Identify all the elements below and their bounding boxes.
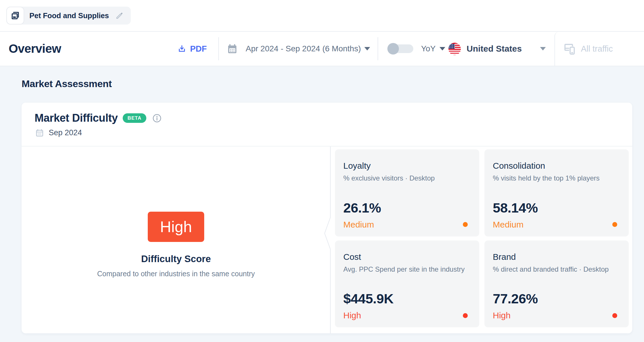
calendar-icon (35, 128, 44, 137)
industry-icon (10, 11, 20, 20)
chevron-down-icon (540, 47, 546, 50)
metric-description: Avg. PPC Spend per site in the industry (343, 265, 472, 273)
metric-level: High (343, 311, 361, 320)
metric-name: Consolidation (493, 161, 621, 171)
pdf-label: PDF (190, 44, 207, 54)
page-title: Overview (9, 42, 61, 56)
info-icon[interactable] (152, 113, 162, 123)
metric-level: Medium (493, 220, 524, 230)
status-dot (612, 222, 617, 227)
metric-value: 77.26% (493, 291, 621, 307)
yoy-label: YoY (421, 44, 435, 53)
devices-icon (563, 42, 577, 56)
metrics-grid: Loyalty % exclusive visitors · Desktop 2… (330, 146, 632, 333)
pdf-download-button[interactable]: PDF (177, 44, 207, 54)
metric-tile-loyalty: Loyalty % exclusive visitors · Desktop 2… (335, 149, 479, 236)
date-range-value: Apr 2024 - Sep 2024 (6 Months) (246, 44, 361, 53)
metric-tile-brand: Brand % direct and branded traffic · Des… (484, 240, 629, 328)
status-dot (463, 222, 468, 227)
yoy-toggle-switch[interactable] (388, 44, 413, 53)
card-title: Market Difficulty (35, 112, 118, 124)
card-header: Market Difficulty BETA (22, 103, 632, 146)
metric-name: Cost (343, 252, 472, 262)
industry-icon-button[interactable] (6, 7, 24, 25)
traffic-filter-label: All traffic (581, 44, 613, 54)
metric-tile-consolidation: Consolidation % visits held by the top 1… (484, 149, 629, 236)
metric-name: Loyalty (343, 161, 472, 171)
industry-selector[interactable]: Pet Food and Supplies (6, 7, 131, 25)
difficulty-score-badge: High (148, 212, 204, 242)
card-date-row: Sep 2024 (35, 128, 632, 137)
metric-description: % exclusive visitors · Desktop (343, 174, 472, 182)
beta-badge: BETA (123, 113, 146, 123)
metric-tile-cost: Cost Avg. PPC Spend per site in the indu… (335, 240, 479, 328)
country-selector[interactable]: United States (444, 32, 554, 66)
industry-name: Pet Food and Supplies (29, 11, 109, 20)
metric-value: 58.14% (493, 200, 621, 216)
metric-value: 26.1% (343, 200, 472, 216)
card-body: High Difficulty Score Compared to other … (22, 146, 632, 333)
metric-level: Medium (343, 220, 374, 230)
card-date: Sep 2024 (49, 128, 82, 137)
date-range-picker[interactable]: Apr 2024 - Sep 2024 (6 Months) (219, 32, 378, 66)
yoy-section: YoY (378, 32, 444, 66)
traffic-filter[interactable]: All traffic (554, 32, 644, 66)
metric-description: % direct and branded traffic · Desktop (493, 265, 621, 273)
metric-value: $445.9K (343, 291, 472, 307)
metric-level: High (493, 311, 511, 320)
metric-description: % visits held by the top 1% players (493, 174, 621, 182)
status-dot (612, 313, 617, 318)
difficulty-score-description: Compared to other industries in the same… (97, 270, 255, 278)
edit-pencil-icon[interactable] (115, 11, 124, 20)
difficulty-score-section: High Difficulty Score Compared to other … (22, 146, 330, 333)
main-content: Market Assessment Market Difficulty BETA (0, 66, 644, 342)
calendar-icon (227, 43, 238, 55)
section-title: Market Assessment (22, 78, 632, 89)
status-dot (463, 313, 468, 318)
difficulty-score-label: Difficulty Score (141, 253, 211, 264)
header-left-section: Overview PDF (0, 32, 218, 66)
yoy-dropdown[interactable]: YoY (421, 44, 445, 53)
chevron-down-icon (364, 47, 370, 50)
page-header: Overview PDF (0, 32, 644, 66)
top-bar: Pet Food and Supplies (0, 0, 644, 32)
metric-name: Brand (493, 252, 621, 262)
us-flag-icon (448, 43, 461, 55)
score-divider-chevron (324, 146, 331, 333)
market-difficulty-card: Market Difficulty BETA (22, 103, 632, 333)
app-root: Pet Food and Supplies Overview (0, 0, 644, 342)
country-name: United States (467, 44, 522, 54)
toggle-knob[interactable] (387, 43, 399, 55)
download-icon (177, 44, 186, 53)
